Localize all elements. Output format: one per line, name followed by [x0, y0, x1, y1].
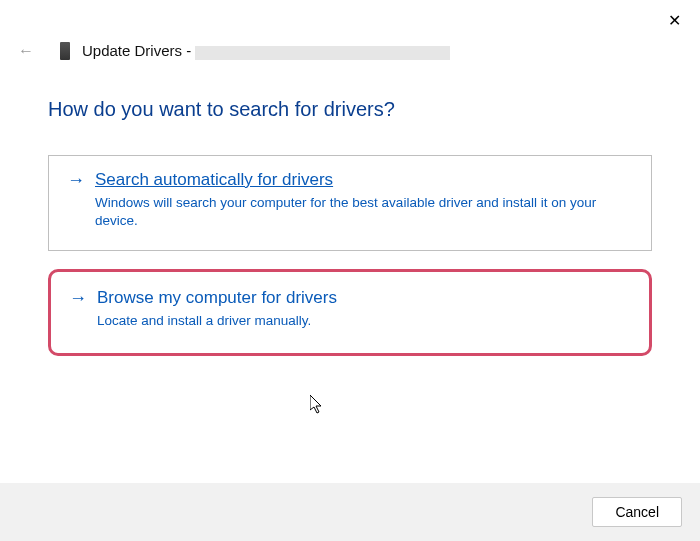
footer: Cancel [0, 483, 700, 541]
option-description: Locate and install a driver manually. [69, 312, 631, 330]
back-arrow-icon[interactable]: ← [16, 42, 36, 60]
window-title: Update Drivers - [82, 42, 450, 59]
content-area: How do you want to search for drivers? →… [0, 68, 700, 356]
cursor-icon [310, 395, 326, 420]
option-header: → Search automatically for drivers [67, 170, 633, 190]
header: ← Update Drivers - [0, 0, 700, 68]
option-search-automatically[interactable]: → Search automatically for drivers Windo… [48, 155, 652, 251]
close-icon: ✕ [668, 11, 681, 30]
option-title: Search automatically for drivers [95, 170, 333, 190]
arrow-right-icon: → [67, 171, 85, 189]
option-description: Windows will search your computer for th… [67, 194, 633, 230]
option-header: → Browse my computer for drivers [69, 288, 631, 308]
cancel-button[interactable]: Cancel [592, 497, 682, 527]
page-heading: How do you want to search for drivers? [48, 98, 652, 121]
title-prefix: Update Drivers - [82, 42, 195, 59]
device-icon [60, 42, 70, 60]
close-button[interactable]: ✕ [660, 6, 688, 34]
redacted-device-name [195, 46, 450, 60]
option-browse-computer[interactable]: → Browse my computer for drivers Locate … [48, 269, 652, 355]
option-title: Browse my computer for drivers [97, 288, 337, 308]
arrow-right-icon: → [69, 289, 87, 307]
